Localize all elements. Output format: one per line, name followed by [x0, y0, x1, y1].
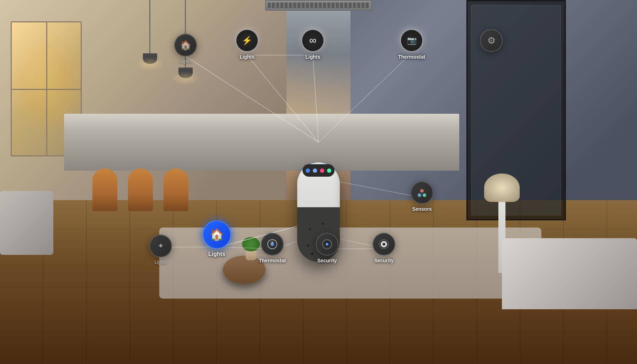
icon-lights-top-center-right[interactable]: ∞ Lights — [301, 29, 324, 60]
lights-icon-top-center-left-circle[interactable]: ⚡ — [236, 29, 258, 52]
svg-point-16 — [271, 241, 273, 243]
lights-bottom-left-label: Lights — [155, 259, 167, 265]
lights-top-left-label: Lights — [180, 59, 192, 64]
icon-lights-top-left[interactable]: 🏠 Lights — [174, 34, 197, 64]
couch-right — [502, 238, 637, 309]
settings-icon-circle[interactable]: ⚙ — [480, 29, 503, 52]
icon-security-bottom[interactable]: Security — [373, 233, 395, 263]
couch-left — [0, 191, 53, 255]
speaker-dot-pink — [320, 168, 324, 173]
bar-stool-3 — [164, 168, 188, 211]
speaker-dot-light-blue — [313, 168, 317, 173]
pendant-light-1 — [149, 0, 150, 64]
lights-top-center-left-label: Lights — [240, 54, 255, 60]
svg-point-25 — [418, 193, 421, 197]
icon-thermostat-bottom[interactable]: Thermostat — [259, 233, 286, 263]
svg-point-20 — [326, 243, 328, 245]
security-camera-icon-circle[interactable] — [316, 233, 338, 256]
icon-lights-top-center-left[interactable]: ⚡ Lights — [236, 29, 258, 60]
icon-lights-bottom-blue[interactable]: 🏠 Lights — [203, 220, 231, 257]
svg-point-23 — [382, 243, 385, 246]
speaker-dot-blue — [306, 168, 310, 173]
sensors-right-label: Sensors — [412, 206, 432, 212]
thermostat-icon-top-right-circle[interactable]: 📷 — [400, 29, 423, 52]
hvac-vent — [265, 0, 372, 11]
lights-icon-top-left-circle[interactable]: 🏠 — [174, 34, 197, 57]
icon-thermostat-top-right[interactable]: 📷 Thermostat — [398, 29, 425, 60]
icon-lights-bottom-left[interactable]: ✦ Lights — [149, 235, 172, 265]
thermostat-top-right-label: Thermostat — [398, 54, 425, 60]
sensors-icon-circle[interactable] — [411, 181, 433, 204]
thermostat-bottom-label: Thermostat — [259, 258, 286, 263]
icon-settings-top-far-right[interactable]: ⚙ — [480, 29, 503, 54]
lights-top-center-right-label: Lights — [305, 54, 320, 60]
lights-icon-bottom-blue-circle[interactable]: 🏠 — [203, 220, 231, 249]
lights-icon-top-center-right-circle[interactable]: ∞ — [301, 29, 324, 52]
icon-security-camera-bottom[interactable]: Security — [316, 233, 338, 263]
security-camera-bottom-label: Security — [317, 258, 337, 263]
security-bottom-label: Security — [374, 258, 394, 263]
bar-stool-2 — [128, 168, 153, 211]
icon-sensors-right[interactable]: Sensors — [411, 181, 433, 212]
speaker-top — [303, 164, 334, 177]
lights-bottom-blue-label: Lights — [208, 251, 225, 257]
bar-stool-1 — [92, 168, 117, 211]
plant — [242, 237, 260, 258]
thermostat-icon-bottom-circle[interactable] — [261, 233, 284, 256]
svg-point-24 — [420, 189, 424, 193]
security-icon-bottom-circle[interactable] — [373, 233, 395, 256]
lights-icon-bottom-left-circle[interactable]: ✦ — [149, 235, 172, 257]
svg-point-26 — [423, 193, 426, 197]
speaker-dot-green — [327, 168, 331, 173]
kitchen-counter — [64, 114, 459, 171]
